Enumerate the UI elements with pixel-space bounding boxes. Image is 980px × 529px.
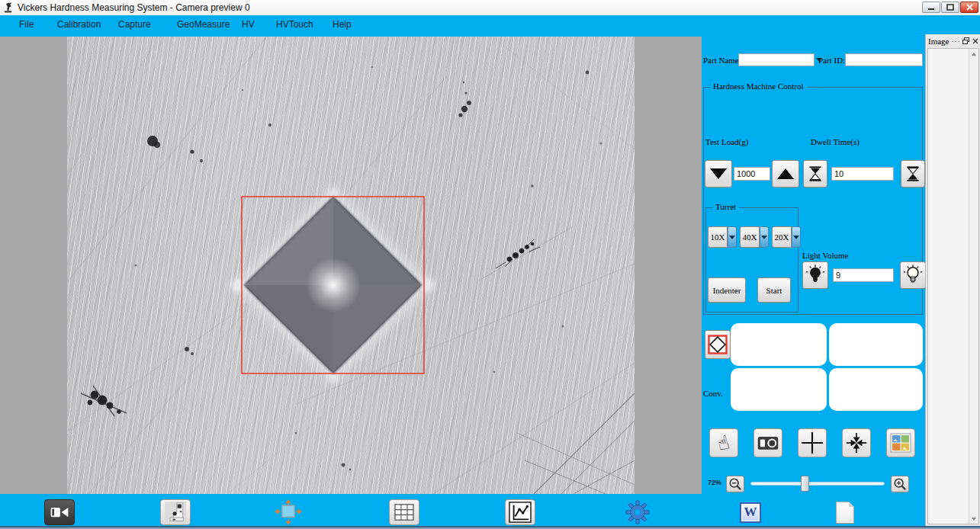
menu-help[interactable]: Help — [333, 19, 352, 30]
maximize-button[interactable] — [941, 2, 959, 13]
close-button[interactable] — [960, 2, 978, 13]
move-stage-icon — [275, 499, 302, 525]
turret-title: Turret — [712, 202, 739, 211]
zoom-slider-track[interactable] — [750, 482, 885, 486]
test-load-increase-button[interactable] — [772, 160, 799, 188]
export-word-button[interactable]: W — [735, 499, 766, 525]
new-document-button[interactable] — [830, 499, 860, 525]
gear-icon — [625, 499, 651, 525]
result-box-3 — [731, 368, 827, 411]
capture-photo-button[interactable] — [753, 428, 782, 457]
minimize-button[interactable] — [922, 2, 940, 13]
settings-button[interactable] — [622, 499, 653, 525]
scroll-up-icon[interactable] — [969, 49, 978, 59]
zoom-in-button[interactable] — [891, 476, 909, 492]
video-camera-icon — [49, 505, 70, 520]
dwell-time-increase-button[interactable] — [901, 160, 925, 188]
start-button[interactable]: Start — [757, 277, 791, 303]
menu-file[interactable]: File — [19, 19, 34, 30]
image-list[interactable] — [927, 48, 979, 524]
diamond-selection-icon — [708, 335, 728, 354]
float-panel-icon[interactable] — [962, 37, 969, 44]
scroll-down-icon[interactable] — [969, 514, 978, 524]
window-bottom-border — [0, 526, 980, 529]
window-title: Vickers Hardness Measuring System - Came… — [18, 2, 250, 13]
bulb-dark-icon — [805, 264, 825, 287]
dwell-time-decrease-button[interactable] — [803, 160, 827, 188]
hand-pointer-icon: ☝ — [716, 432, 732, 454]
gallery-icon — [890, 433, 911, 453]
hardness-tester-button[interactable] — [160, 499, 191, 525]
auto-move-stage-button[interactable] — [273, 499, 304, 525]
image-panel-header: Image ··· — [926, 34, 980, 47]
camera-image[interactable] — [67, 37, 635, 494]
bottom-toolbar: W — [0, 494, 925, 526]
camera-icon — [757, 434, 779, 452]
crosshair-tool-button[interactable] — [798, 428, 827, 457]
objective-select-10x[interactable]: 10X — [708, 226, 728, 248]
crosshair-icon — [801, 431, 824, 454]
app-icon — [4, 2, 13, 13]
test-load-decrease-button[interactable] — [705, 160, 732, 188]
objective-20x-label: 20X — [775, 232, 789, 242]
hardness-tester-icon — [165, 502, 186, 523]
image-panel-menu[interactable]: ··· — [951, 37, 960, 45]
light-volume-input[interactable] — [833, 268, 894, 282]
image-list-scrollbar[interactable] — [969, 49, 978, 524]
hardness-machine-control-title: Hardness Machine Control — [710, 82, 807, 91]
objective-20x-dropdown-icon[interactable] — [792, 226, 801, 248]
result-box-4 — [829, 368, 923, 411]
line-chart-icon — [509, 502, 532, 523]
part-name-combobox[interactable] — [738, 53, 815, 66]
image-gallery-button[interactable] — [886, 428, 915, 457]
app-window: Vickers Hardness Measuring System - Came… — [0, 0, 980, 529]
objective-select-20x[interactable]: 20X — [772, 226, 792, 248]
magnifier-plus-icon — [893, 477, 907, 491]
magnifier-minus-icon — [728, 477, 742, 491]
menu-hvtouch[interactable]: HVTouch — [276, 19, 313, 30]
grid-pattern-button[interactable] — [389, 499, 419, 525]
center-target-button[interactable] — [842, 428, 871, 457]
menu-calibration[interactable]: Calibration — [57, 19, 101, 30]
result-box-2 — [829, 323, 923, 366]
menu-geomeasure[interactable]: GeoMeasure — [177, 19, 230, 30]
light-decrease-button[interactable] — [802, 261, 828, 289]
document-icon — [836, 502, 854, 524]
test-load-label: Test Load(g) — [705, 137, 748, 146]
hand-tool-button[interactable]: ☝ — [709, 428, 738, 457]
objective-select-40x[interactable]: 40X — [740, 226, 760, 248]
bulb-light-icon — [903, 264, 923, 287]
test-load-input[interactable] — [734, 167, 770, 181]
menu-bar: File Calibration Capture GeoMeasure HV H… — [0, 15, 980, 34]
menu-capture[interactable]: Capture — [118, 19, 151, 30]
image-panel-title: Image — [928, 37, 949, 46]
grid-icon — [394, 503, 415, 521]
objective-40x-dropdown-icon[interactable] — [760, 226, 769, 248]
zoom-slider-thumb[interactable] — [801, 476, 809, 492]
vickers-indentation — [231, 188, 435, 382]
zoom-percent-label: 72% — [708, 479, 721, 486]
hourglass-top-icon — [807, 163, 824, 184]
close-panel-icon[interactable] — [972, 38, 978, 44]
word-icon: W — [740, 502, 761, 523]
objective-10x-dropdown-icon[interactable] — [728, 226, 737, 248]
video-preview-button[interactable] — [44, 499, 75, 525]
chart-report-button[interactable] — [505, 499, 535, 525]
light-increase-button[interactable] — [900, 261, 926, 289]
measure-indent-button[interactable] — [705, 330, 731, 359]
part-id-input[interactable] — [845, 53, 923, 66]
part-id-label: Part ID: — [818, 56, 845, 65]
dwell-time-input[interactable] — [831, 167, 894, 181]
debris-cluster — [496, 239, 540, 268]
indenter-button-label: Indenter — [713, 286, 741, 295]
hourglass-bottom-icon — [904, 163, 921, 184]
objective-40x-label: 40X — [743, 232, 757, 242]
menu-hv[interactable]: HV — [242, 19, 255, 30]
indenter-button[interactable]: Indenter — [708, 277, 746, 303]
light-volume-label: Light Volume — [802, 251, 848, 260]
title-bar: Vickers Hardness Measuring System - Came… — [0, 0, 980, 15]
result-box-1 — [731, 323, 827, 366]
down-arrow-icon — [710, 168, 727, 179]
conv-label: Conv. — [703, 389, 723, 398]
zoom-out-button[interactable] — [726, 476, 744, 492]
